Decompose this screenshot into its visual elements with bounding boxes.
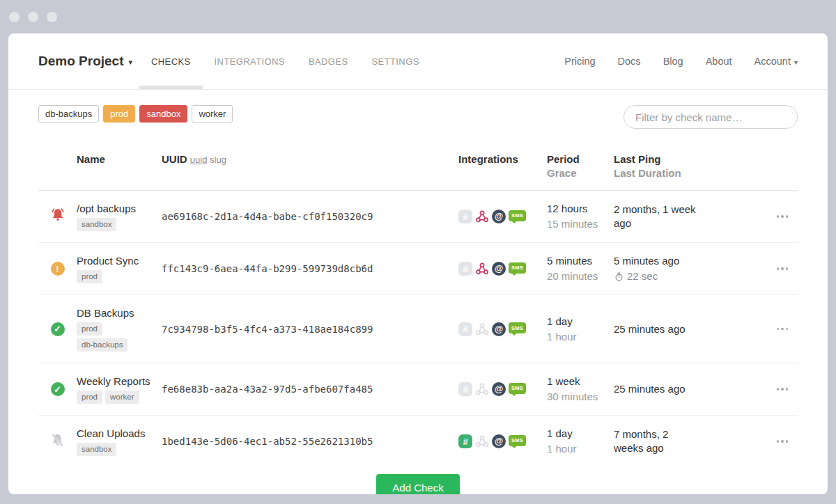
window-dot[interactable] (9, 12, 20, 22)
tab-integrations[interactable]: INTEGRATIONS (203, 33, 297, 89)
webhook-icon (475, 382, 489, 396)
window-dot[interactable] (28, 12, 38, 22)
name-cell: Weekly Reports prodworker (77, 375, 162, 404)
main-tabs: CHECKS INTEGRATIONS BADGES SETTINGS (139, 33, 431, 89)
row-menu-button[interactable] (775, 324, 790, 335)
integrations-cell: #@SMS (458, 210, 547, 223)
slack-icon: # (458, 434, 472, 448)
tag-filter-prod[interactable]: prod (103, 105, 135, 123)
slack-icon: # (458, 382, 472, 396)
window-controls (9, 12, 57, 22)
window-dot[interactable] (47, 12, 57, 22)
last-ping-cell: 25 minutes ago (614, 382, 701, 396)
column-period-grace: Period Grace (547, 152, 614, 180)
search-box (624, 105, 798, 129)
site-nav: Pricing Docs Blog About Account▾ (564, 33, 798, 89)
tag-filters: db-backups prod sandbox worker (38, 105, 233, 123)
table-row[interactable]: ! Product Sync prod ffc143c9-6aea-44fa-b… (38, 243, 798, 295)
sms-icon: SMS (509, 262, 526, 274)
project-selector[interactable]: Demo Project ▾ (38, 33, 132, 89)
check-period: 1 day (547, 315, 614, 329)
table-row[interactable]: ✓ DB Backups proddb-backups 7c934798-b3f… (38, 295, 798, 363)
table-row[interactable]: /opt backups sandbox ae69168c-2d1a-4d4a-… (38, 191, 798, 243)
email-icon: @ (492, 210, 506, 223)
check-tag: prod (77, 391, 102, 404)
check-tag: prod (77, 270, 102, 283)
table-row[interactable]: ✓ Weekly Reports prodworker fe68e83b-aa2… (38, 363, 798, 416)
check-tags: proddb-backups (77, 322, 150, 352)
name-cell: /opt backups sandbox (77, 202, 162, 231)
menu-cell (701, 324, 798, 335)
check-last-ping: 25 minutes ago (614, 382, 701, 396)
chevron-down-icon: ▾ (128, 56, 132, 67)
filters-toolbar: db-backups prod sandbox worker (38, 105, 798, 129)
nav-blog[interactable]: Blog (663, 56, 683, 67)
check-last-ping: 25 minutes ago (614, 322, 701, 336)
integrations-cell: #@SMS (458, 322, 547, 336)
check-name[interactable]: /opt backups (77, 202, 150, 216)
add-check-button[interactable]: Add Check (376, 474, 459, 494)
webhook-icon (475, 262, 489, 276)
status-icon-slot: ✓ (51, 322, 65, 336)
tag-filter-worker[interactable]: worker (192, 105, 233, 123)
menu-cell (701, 436, 798, 447)
project-name: Demo Project (38, 54, 123, 69)
column-last-ping: Last Ping Last Duration (614, 152, 701, 180)
check-grace: 1 hour (547, 442, 614, 456)
app-window: Demo Project ▾ CHECKS INTEGRATIONS BADGE… (8, 33, 828, 494)
row-menu-button[interactable] (775, 263, 790, 274)
column-grace: Grace (547, 166, 614, 180)
row-menu-button[interactable] (775, 436, 790, 447)
check-tag: prod (77, 322, 102, 336)
email-icon: @ (492, 262, 506, 276)
check-last-ping: 2 months, 1 week ago (614, 203, 701, 230)
table-row[interactable]: Clean Uploads sandbox 1bed143e-5d06-4ec1… (38, 416, 798, 467)
row-menu-button[interactable] (775, 384, 790, 395)
check-last-duration: 22 sec (614, 269, 701, 283)
sms-icon: SMS (509, 435, 526, 446)
uuid-format-toggle[interactable]: uuid (190, 155, 208, 165)
webhook-icon (475, 434, 489, 448)
row-menu-button[interactable] (775, 211, 790, 222)
tab-settings[interactable]: SETTINGS (360, 33, 431, 89)
check-last-ping: 5 minutes ago (614, 254, 701, 268)
tab-badges[interactable]: BADGES (297, 33, 360, 89)
check-period: 1 week (547, 375, 614, 388)
webhook-icon (475, 210, 489, 223)
add-check-area: Add Check (8, 474, 828, 494)
check-last-ping: 7 months, 2 weeks ago (614, 427, 701, 455)
check-tags: sandbox (77, 218, 150, 231)
uuid-cell: 1bed143e-5d06-4ec1-ab52-55e2621310b5 (162, 435, 458, 448)
check-name[interactable]: DB Backups (77, 306, 150, 320)
menu-cell (701, 384, 798, 395)
up-status-icon: ✓ (51, 322, 65, 336)
slug-format-toggle[interactable]: slug (210, 155, 226, 165)
check-period: 1 day (547, 427, 614, 441)
integration-icons: #@SMS (458, 322, 547, 336)
period-cell: 5 minutes 20 minutes (547, 254, 614, 283)
check-name[interactable]: Clean Uploads (77, 427, 150, 441)
column-last-duration: Last Duration (614, 166, 701, 180)
status-icon-slot (49, 207, 66, 226)
tab-checks[interactable]: CHECKS (139, 33, 203, 89)
integrations-cell: #@SMS (458, 262, 547, 276)
column-integrations: Integrations (458, 152, 547, 166)
uuid-cell: fe68e83b-aa2a-43a2-97d5-afbe607fa485 (162, 383, 458, 395)
check-name-filter-input[interactable] (624, 105, 798, 129)
sms-icon: SMS (509, 383, 526, 394)
nav-docs[interactable]: Docs (618, 56, 641, 67)
account-menu[interactable]: Account▾ (754, 56, 798, 67)
nav-about[interactable]: About (706, 56, 732, 67)
check-name[interactable]: Product Sync (77, 254, 150, 268)
email-icon: @ (492, 382, 506, 396)
status-cell: ! (38, 262, 77, 276)
tag-filter-sandbox[interactable]: sandbox (139, 105, 187, 123)
status-cell (38, 432, 77, 451)
tag-filter-db-backups[interactable]: db-backups (38, 105, 99, 123)
app-header: Demo Project ▾ CHECKS INTEGRATIONS BADGE… (8, 33, 828, 90)
up-status-icon: ✓ (51, 382, 65, 396)
last-ping-cell: 7 months, 2 weeks ago (614, 427, 701, 455)
nav-pricing[interactable]: Pricing (564, 56, 595, 67)
status-cell (38, 207, 77, 226)
check-name[interactable]: Weekly Reports (77, 375, 150, 388)
